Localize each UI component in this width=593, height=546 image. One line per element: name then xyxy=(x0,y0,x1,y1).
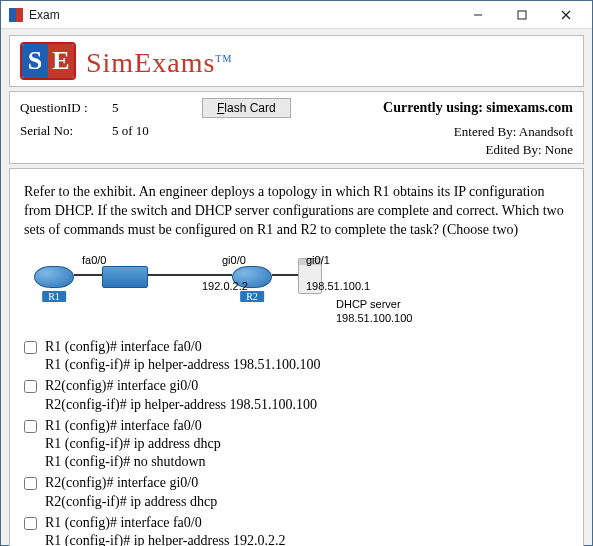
info-panel: QuestionID : 5 Flash Card Currently usin… xyxy=(9,91,584,164)
app-window: Exam S E SimExamsTM QuestionID : 5 Flash… xyxy=(0,0,593,546)
serial-no-label: Serial No: xyxy=(20,123,112,139)
logo-text: SimExamsTM xyxy=(86,47,232,79)
question-panel: Refer to the exhibit. An engineer deploy… xyxy=(9,168,584,546)
question-id-label: QuestionID : xyxy=(20,100,112,116)
answer-checkbox-4[interactable] xyxy=(24,477,37,490)
maximize-button[interactable] xyxy=(500,1,544,28)
answer-text-3: R1 (config)# interface fa0/0R1 (config-i… xyxy=(45,417,221,472)
if-gi00: gi0/0 xyxy=(222,254,246,266)
flash-card-button[interactable]: Flash Card xyxy=(202,98,291,118)
answer-checkbox-3[interactable] xyxy=(24,420,37,433)
answer-option[interactable]: R1 (config)# interface fa0/0R1 (config-i… xyxy=(24,338,569,374)
question-text: Refer to the exhibit. An engineer deploy… xyxy=(24,183,569,240)
logo-e: E xyxy=(48,44,74,78)
answer-option[interactable]: R1 (config)# interface fa0/0R1 (config-i… xyxy=(24,514,569,546)
answer-option[interactable]: R1 (config)# interface fa0/0R1 (config-i… xyxy=(24,417,569,472)
answers-list: R1 (config)# interface fa0/0R1 (config-i… xyxy=(24,338,569,546)
answer-text-2: R2(config)# interface gi0/0R2(config-if)… xyxy=(45,377,317,413)
answer-checkbox-5[interactable] xyxy=(24,517,37,530)
currently-using-label: Currently using: simexams.com xyxy=(383,100,573,116)
answer-checkbox-2[interactable] xyxy=(24,380,37,393)
minimize-button[interactable] xyxy=(456,1,500,28)
router-r1-icon xyxy=(34,266,74,288)
answer-option[interactable]: R2(config)# interface gi0/0R2(config-if)… xyxy=(24,474,569,510)
entered-by: Entered By: Anandsoft xyxy=(454,123,573,141)
logo-s: S xyxy=(22,44,48,78)
router-r2-label: R2 xyxy=(240,291,264,302)
question-id-value: 5 xyxy=(112,100,202,116)
answer-checkbox-1[interactable] xyxy=(24,341,37,354)
content-area: S E SimExamsTM QuestionID : 5 Flash Card… xyxy=(1,29,592,546)
logo-mark: S E xyxy=(20,42,76,80)
switch-icon xyxy=(102,266,148,288)
info-right: Entered By: Anandsoft Edited By: None xyxy=(454,123,573,159)
answer-text-4: R2(config)# interface gi0/0R2(config-if)… xyxy=(45,474,217,510)
titlebar: Exam xyxy=(1,1,592,29)
svg-rect-0 xyxy=(9,8,16,22)
answer-text-5: R1 (config)# interface fa0/0R1 (config-i… xyxy=(45,514,285,546)
close-window-button[interactable] xyxy=(544,1,588,28)
if-fa00: fa0/0 xyxy=(82,254,106,266)
answer-option[interactable]: R2(config)# interface gi0/0R2(config-if)… xyxy=(24,377,569,413)
window-title: Exam xyxy=(29,8,456,22)
ip-1: 192.0.2.2 xyxy=(202,280,248,292)
window-buttons xyxy=(456,1,588,28)
answer-text-1: R1 (config)# interface fa0/0R1 (config-i… xyxy=(45,338,320,374)
if-gi01: gi0/1 xyxy=(306,254,330,266)
logo-panel: S E SimExamsTM xyxy=(9,35,584,87)
svg-rect-3 xyxy=(518,11,526,19)
ip-2: 198.51.100.1 xyxy=(306,280,370,292)
edited-by: Edited By: None xyxy=(454,141,573,159)
router-r1-label: R1 xyxy=(42,291,66,302)
serial-no-value: 5 of 10 xyxy=(112,123,202,139)
server-ip: 198.51.100.100 xyxy=(336,312,412,324)
svg-rect-1 xyxy=(16,8,23,22)
server-label: DHCP server xyxy=(336,298,401,310)
app-icon xyxy=(9,8,23,22)
topology-diagram: R1 R2 fa0/0 gi0/0 192.0.2.2 gi0/1 198.51… xyxy=(34,252,569,326)
